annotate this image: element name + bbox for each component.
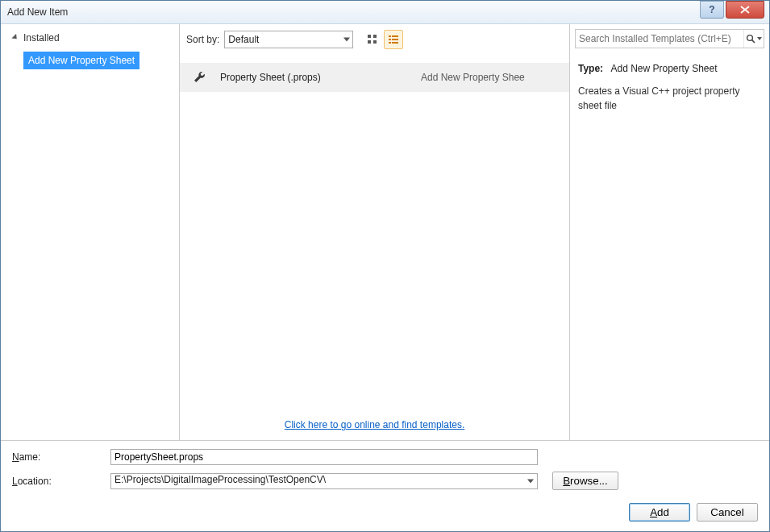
location-label: Location: (12, 476, 110, 487)
view-buttons (363, 30, 403, 49)
svg-point-10 (747, 35, 753, 41)
dialog-footer: Add Cancel (1, 500, 769, 531)
sort-label: Sort by: (186, 34, 219, 45)
template-category: Add New Property Shee (421, 72, 525, 83)
svg-rect-1 (373, 35, 377, 38)
add-button[interactable]: Add (629, 503, 690, 522)
titlebar: Add New Item ? (1, 1, 769, 24)
close-button[interactable] (726, 1, 764, 19)
online-templates-link[interactable]: Click here to go online and find templat… (285, 419, 464, 430)
center-pane: Sort by: Default (180, 24, 570, 440)
location-value: E:\Projects\DigitalImageProcessing\TestO… (114, 474, 326, 485)
search-icon (746, 34, 755, 44)
chevron-down-icon (757, 37, 762, 40)
bottom-form: Name: Location: E:\Projects\DigitalImage… (1, 440, 769, 500)
browse-button[interactable]: Browse... (552, 472, 618, 490)
search-button[interactable] (743, 30, 764, 48)
content: Installed Add New Property Sheet Sort by… (1, 24, 769, 531)
svg-line-11 (752, 40, 755, 43)
search-box[interactable] (575, 29, 764, 48)
view-medium-tiles-button[interactable] (363, 30, 382, 49)
view-list-button[interactable] (384, 30, 403, 49)
dialog-window: Add New Item ? Installed Add New Propert… (0, 0, 770, 532)
detail-type-label: Type: (578, 63, 603, 74)
svg-rect-6 (389, 39, 391, 40)
name-row: Name: (12, 449, 758, 465)
name-input[interactable] (110, 449, 538, 465)
template-name: Property Sheet (.props) (220, 72, 410, 83)
svg-rect-2 (368, 40, 371, 44)
svg-rect-4 (389, 35, 391, 37)
svg-rect-5 (392, 35, 398, 37)
location-combo[interactable]: E:\Projects\DigitalImageProcessing\TestO… (110, 473, 538, 489)
detail-body: Type: Add New Property Sheet Creates a V… (570, 53, 769, 121)
upper-area: Installed Add New Property Sheet Sort by… (1, 24, 769, 440)
name-label: Name: (12, 451, 110, 463)
window-title: Add New Item (7, 6, 700, 18)
svg-rect-8 (389, 42, 391, 44)
sidebar-category-installed[interactable]: Installed (1, 27, 179, 48)
sidebar: Installed Add New Property Sheet (1, 24, 180, 440)
svg-rect-0 (368, 35, 371, 38)
svg-rect-9 (392, 42, 398, 44)
sort-combo[interactable]: Default (224, 31, 353, 48)
detail-type-value: Add New Property Sheet (610, 63, 717, 74)
grid-icon (367, 34, 378, 45)
template-list[interactable]: Property Sheet (.props) Add New Property… (180, 53, 569, 411)
online-templates-link-row: Click here to go online and find templat… (180, 411, 569, 440)
detail-description: Creates a Visual C++ project property sh… (578, 84, 761, 113)
sidebar-item-add-new-property-sheet[interactable]: Add New Property Sheet (23, 52, 139, 69)
close-icon (740, 6, 750, 14)
template-item-property-sheet[interactable]: Property Sheet (.props) Add New Property… (180, 63, 569, 92)
sidebar-category-label: Installed (23, 32, 60, 44)
expander-triangle-icon (11, 33, 19, 40)
sidebar-item-label: Add New Property Sheet (28, 55, 135, 66)
help-button[interactable]: ? (700, 1, 724, 19)
cancel-button[interactable]: Cancel (697, 503, 758, 522)
detail-type-row: Type: Add New Property Sheet (578, 61, 761, 76)
wrench-icon (191, 69, 209, 86)
browse-label-rest: rowse... (570, 475, 608, 487)
toolbar: Sort by: Default (180, 24, 569, 53)
chevron-down-icon (343, 38, 350, 42)
list-icon (388, 34, 399, 45)
sidebar-items: Add New Property Sheet (1, 48, 179, 69)
location-row: Location: E:\Projects\DigitalImageProces… (12, 472, 758, 490)
sort-combo-value: Default (228, 34, 259, 45)
chevron-down-icon (527, 479, 534, 483)
svg-rect-7 (392, 39, 398, 40)
detail-pane: Type: Add New Property Sheet Creates a V… (570, 24, 769, 440)
svg-rect-3 (373, 40, 377, 44)
search-input[interactable] (576, 30, 743, 48)
window-controls: ? (700, 1, 769, 23)
